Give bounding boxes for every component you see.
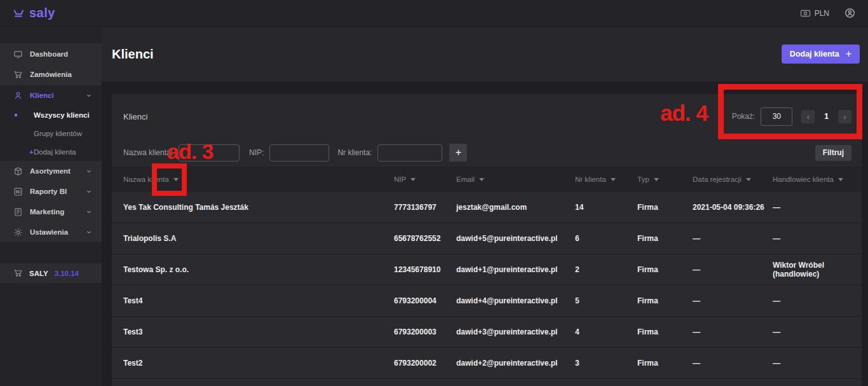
cell-registered: — — [693, 265, 773, 274]
table-row[interactable]: Test3 6793200003 dawid+3@pureinteractive… — [112, 317, 862, 348]
cell-salesman: — — [773, 296, 862, 305]
sort-arrow-icon[interactable] — [654, 178, 659, 181]
chevron-down-icon — [85, 208, 93, 216]
cell-name: Test3 — [123, 327, 394, 336]
panel-header: Klienci Pokaż: ‹ 1 › — [112, 94, 862, 139]
filter-client-no-label: Nr klienta: — [337, 148, 372, 157]
sidebar-item-orders[interactable]: Zamówienia — [0, 64, 102, 85]
cell-email: dawid+5@pureinteractive.pl — [456, 234, 575, 243]
sort-arrow-icon[interactable] — [611, 178, 616, 181]
filter-name-label: Nazwa klienta: — [123, 148, 173, 157]
active-bullet-icon — [15, 114, 17, 116]
table-row[interactable]: Testowa Sp. z o.o. 12345678910 dawid+1@p… — [112, 254, 862, 286]
sidebar-item-label: Asortyment — [30, 167, 71, 175]
cell-client-no: 5 — [575, 296, 637, 305]
sidebar-item-settings[interactable]: Ustawienia — [0, 222, 102, 242]
add-filter-button[interactable]: + — [449, 144, 467, 162]
sidebar-item-assortment[interactable]: Asortyment — [0, 161, 102, 181]
table-body: Yes Tak Consulting Tamás Jeszták 7773136… — [112, 192, 862, 379]
cell-nip: 6793200004 — [394, 296, 456, 305]
sort-arrow-icon[interactable] — [173, 178, 179, 181]
cell-email: dawid+1@pureinteractive.pl — [456, 265, 575, 274]
app-version: 3.10.14 — [55, 270, 79, 277]
cell-name: Yes Tak Consulting Tamás Jeszták — [123, 203, 394, 212]
page-size-input[interactable] — [761, 107, 792, 126]
column-header-0[interactable]: Nazwa klienta — [123, 176, 394, 183]
sidebar-subitem-all-clients[interactable]: Wszyscy klienci — [0, 106, 102, 124]
column-header-2[interactable]: Email — [456, 176, 575, 183]
filter-nip-label: NIP: — [249, 148, 264, 157]
sidebar-subitem-client-groups[interactable]: Grupy klientów — [0, 124, 102, 142]
cell-salesman: — — [773, 234, 862, 243]
filter-nip-input[interactable] — [269, 144, 329, 162]
cell-type: Firma — [637, 203, 693, 212]
sidebar-subitem-add-client[interactable]: + Dodaj klienta — [0, 142, 102, 161]
topbar: saly PLN — [0, 0, 868, 27]
sidebar-item-label: Ustawienia — [30, 228, 68, 236]
table-header-row: Nazwa klienta NIP Email Nr klienta Typ D… — [112, 167, 862, 192]
filter-name-input[interactable] — [179, 144, 240, 162]
cell-nip: 7773136797 — [394, 203, 456, 212]
sidebar: Dashboard Zamówienia Klienci — [0, 27, 102, 386]
table-row[interactable]: Yes Tak Consulting Tamás Jeszták 7773136… — [112, 192, 862, 223]
prev-page-button[interactable]: ‹ — [801, 110, 815, 123]
logo-text: saly — [29, 6, 55, 20]
clients-panel: Klienci Pokaż: ‹ 1 › Nazwa klienta: NIP:… — [112, 94, 862, 386]
column-header-4[interactable]: Typ — [637, 176, 693, 183]
cell-name: Test2 — [123, 359, 394, 368]
cell-salesman: — — [773, 327, 862, 336]
sidebar-item-clients[interactable]: Klienci — [0, 85, 102, 106]
banknote-icon — [800, 9, 811, 18]
next-page-button[interactable]: › — [838, 110, 851, 123]
topbar-right: PLN — [800, 8, 855, 18]
sort-arrow-icon[interactable] — [410, 178, 416, 181]
table-row[interactable]: Test2 6793200002 dawid+2@pureinteractive… — [112, 348, 862, 379]
person-icon — [13, 91, 23, 100]
cell-nip: 6793200003 — [394, 327, 456, 336]
cell-type: Firma — [637, 234, 693, 243]
column-header-5[interactable]: Data rejestracji — [693, 176, 773, 183]
sidebar-item-label: Zamówienia — [30, 71, 72, 78]
cell-type: Firma — [637, 265, 693, 274]
cell-client-no: 14 — [575, 203, 637, 212]
sidebar-subitem-label: Wszyscy klienci — [34, 111, 90, 119]
add-client-button[interactable]: Dodaj klienta + — [782, 45, 860, 64]
cell-type: Firma — [637, 359, 693, 368]
table-row[interactable]: Test4 6793200004 dawid+4@pureinteractive… — [112, 286, 862, 317]
cell-registered: — — [693, 234, 773, 243]
column-header-3[interactable]: Nr klienta — [575, 176, 637, 183]
cart-icon — [13, 70, 23, 79]
sidebar-item-label: Klienci — [30, 92, 54, 99]
cell-type: Firma — [637, 296, 693, 305]
sidebar-item-marketing[interactable]: Marketing — [0, 202, 102, 222]
cell-nip: 65678762552 — [394, 234, 456, 243]
currency-selector[interactable]: PLN — [800, 9, 829, 18]
monitor-icon — [13, 50, 23, 59]
app-version-row: SALY 3.10.14 — [0, 268, 79, 278]
sidebar-item-label: Dashboard — [30, 50, 68, 58]
filter-client-no-input[interactable] — [377, 144, 442, 162]
user-profile-icon[interactable] — [844, 8, 855, 18]
table-row-partial — [112, 379, 862, 386]
column-header-6[interactable]: Handlowiec klienta — [773, 176, 862, 183]
cell-client-no: 3 — [575, 359, 637, 368]
saly-logo[interactable]: saly — [13, 6, 55, 20]
saly-logo-icon — [13, 8, 25, 18]
column-header-1[interactable]: NIP — [394, 176, 456, 183]
sort-arrow-icon[interactable] — [479, 178, 484, 181]
cell-email: dawid+3@pureinteractive.pl — [456, 327, 575, 336]
sort-arrow-icon[interactable] — [838, 178, 843, 181]
cell-nip: 12345678910 — [394, 265, 456, 274]
app-root: saly PLN — [0, 0, 868, 386]
sidebar-item-dashboard[interactable]: Dashboard — [0, 44, 102, 64]
filter-submit-button[interactable]: Filtruj — [815, 145, 851, 161]
plus-icon: + — [29, 148, 34, 156]
table-row[interactable]: Trialopolis S.A 65678762552 dawid+5@pure… — [112, 223, 862, 254]
sidebar-item-reports-bi[interactable]: Bi Raporty BI — [0, 181, 102, 202]
sort-arrow-icon[interactable] — [746, 178, 751, 181]
sidebar-item-label: Marketing — [30, 208, 64, 216]
cell-client-no: 4 — [575, 327, 637, 336]
chevron-down-icon — [85, 92, 93, 99]
cell-email: jesztak@gmail.com — [456, 203, 575, 212]
cell-registered: 2021-05-04 09:36:26 — [693, 203, 773, 212]
